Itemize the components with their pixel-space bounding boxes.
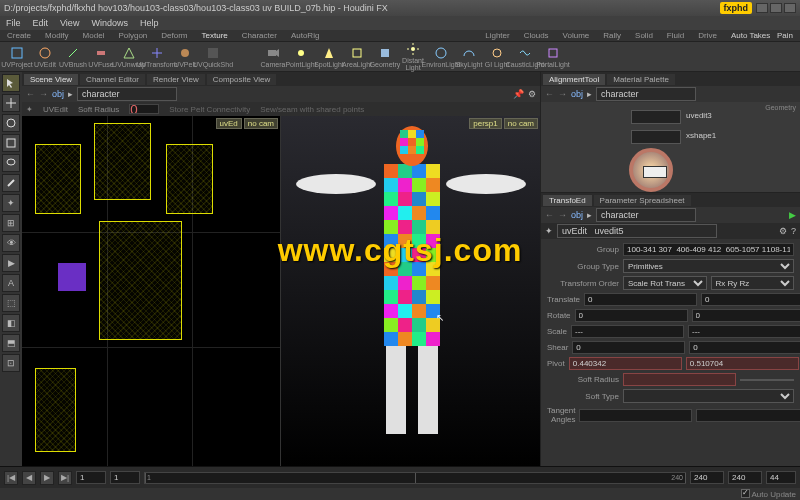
menu-file[interactable]: File	[6, 18, 21, 28]
shelf-tab[interactable]: Modify	[42, 31, 72, 40]
handle-tool[interactable]: ✦	[2, 194, 20, 212]
param-fwd-icon[interactable]: →	[558, 210, 567, 220]
shx-input[interactable]	[572, 341, 685, 354]
shelf-item-uvproject[interactable]: UVProject	[4, 46, 30, 68]
shelf-item-skylight[interactable]: SkyLight	[456, 46, 482, 68]
param-path-input[interactable]	[596, 208, 696, 222]
viewports[interactable]: uvEdno cam persp1no cam	[22, 116, 540, 466]
rx-input[interactable]	[575, 309, 688, 322]
menu-windows[interactable]: Windows	[91, 18, 128, 28]
select-tool[interactable]	[2, 74, 20, 92]
pin-icon[interactable]: 📌	[513, 89, 524, 99]
soft-radius-input[interactable]	[129, 104, 159, 114]
shelf-tab[interactable]: Lighter	[482, 31, 512, 40]
tab-matpalette[interactable]: Material Palette	[607, 74, 675, 85]
tl-end-input[interactable]	[690, 471, 724, 484]
shelf-item-uvbrush[interactable]: UVBrush	[60, 46, 86, 68]
uv-shell-arm-l[interactable]	[35, 144, 81, 214]
shelf-tab[interactable]: Solid	[632, 31, 656, 40]
shelf-item-uvfuse[interactable]: UVFuse	[88, 46, 114, 68]
softrad-input[interactable]	[623, 373, 736, 386]
shelf-tab[interactable]: Rally	[600, 31, 624, 40]
shelf-item-uvedit[interactable]: UVEdit	[32, 46, 58, 68]
auto-update-checkbox[interactable]	[741, 489, 750, 498]
scale-tool[interactable]	[2, 134, 20, 152]
node-ring-selected[interactable]	[629, 148, 673, 192]
param-path-root[interactable]: obj	[571, 210, 583, 220]
uv-selection[interactable]	[58, 263, 86, 291]
uv-shell-torso[interactable]	[99, 221, 182, 340]
shelf-tab[interactable]: Create	[4, 31, 34, 40]
network-canvas[interactable]: Geometry uvedit3 xshape1	[541, 102, 800, 192]
path-node-input[interactable]	[77, 87, 177, 101]
sx-input[interactable]	[571, 325, 684, 338]
snap-tool[interactable]: ⊞	[2, 214, 20, 232]
shelf-item-geometry[interactable]: Geometry	[372, 46, 398, 68]
menu-edit[interactable]: Edit	[33, 18, 49, 28]
net-fwd-icon[interactable]: →	[558, 89, 567, 99]
back-icon[interactable]: ←	[26, 89, 35, 99]
rotate-tool[interactable]	[2, 114, 20, 132]
tan2-input[interactable]	[696, 409, 800, 422]
tl-first-button[interactable]: |◀	[4, 471, 18, 485]
param-play-icon[interactable]: ▶	[789, 210, 796, 220]
param-back-icon[interactable]: ←	[545, 210, 554, 220]
close-button[interactable]	[784, 3, 796, 13]
tool-b[interactable]: ⬚	[2, 294, 20, 312]
uv-shell-arm-r[interactable]	[166, 144, 212, 214]
tab-render-view[interactable]: Render View	[147, 74, 205, 85]
tl-prev-button[interactable]: ◀	[22, 471, 36, 485]
shelf-tab[interactable]: Fluid	[664, 31, 687, 40]
path-root[interactable]: obj	[52, 89, 64, 99]
shelf-item-spotlight[interactable]: SpotLight	[316, 46, 342, 68]
shelf-tab[interactable]: Deform	[158, 31, 190, 40]
xform-rot-select[interactable]: Rx Ry Rz	[711, 276, 795, 290]
net-path-root[interactable]: obj	[571, 89, 583, 99]
tx-input[interactable]	[584, 293, 697, 306]
menu-view[interactable]: View	[60, 18, 79, 28]
tl-next-button[interactable]: ▶|	[58, 471, 72, 485]
shelf-item-uvtransform[interactable]: UVTransform	[144, 46, 170, 68]
render-tool[interactable]: ▶	[2, 254, 20, 272]
minimize-button[interactable]	[756, 3, 768, 13]
gear-icon[interactable]: ⚙	[528, 89, 536, 99]
shelf-item-uvquickshd[interactable]: UVQuickShd	[200, 46, 226, 68]
param-node-name[interactable]	[557, 224, 717, 238]
node-xshape1[interactable]	[631, 130, 681, 144]
timeline-track[interactable]: 1 240	[144, 472, 686, 484]
uv-viewport[interactable]: uvEdno cam	[22, 116, 281, 466]
tl-play-button[interactable]: ▶	[40, 471, 54, 485]
shelf-tab[interactable]: Volume	[560, 31, 593, 40]
shy-input[interactable]	[689, 341, 800, 354]
tl-current-input[interactable]	[766, 471, 796, 484]
shelf-item-arealight[interactable]: AreaLight	[344, 46, 370, 68]
shelf-tab[interactable]: AutoRig	[288, 31, 322, 40]
tl-end2-input[interactable]	[728, 471, 762, 484]
param-help-icon[interactable]: ?	[791, 226, 796, 236]
brush-tool[interactable]	[2, 174, 20, 192]
move-tool[interactable]	[2, 94, 20, 112]
tool-a[interactable]: A	[2, 274, 20, 292]
tan1-input[interactable]	[579, 409, 692, 422]
tl-start-input[interactable]	[76, 471, 106, 484]
tab-align[interactable]: AlignmentTool	[543, 74, 605, 85]
ry-input[interactable]	[692, 309, 800, 322]
tab-composite-view[interactable]: Composite View	[207, 74, 277, 85]
tool-d[interactable]: ⬒	[2, 334, 20, 352]
shelf-item-portallight[interactable]: PortalLight	[540, 46, 566, 68]
menu-help[interactable]: Help	[140, 18, 159, 28]
tool-c[interactable]: ◧	[2, 314, 20, 332]
shelf-tab-extra[interactable]: Auto Takes Pain	[728, 31, 796, 40]
shelf-item-pointlight[interactable]: PointLight	[288, 46, 314, 68]
shelf-item-camera[interactable]: Camera	[260, 46, 286, 68]
softtype-select[interactable]	[623, 389, 794, 403]
tab-channel-editor[interactable]: Channel Editor	[80, 74, 145, 85]
py-input[interactable]	[686, 357, 799, 370]
shelf-tab[interactable]: Character	[239, 31, 280, 40]
tab-scene-view[interactable]: Scene View	[24, 74, 78, 85]
lasso-tool[interactable]	[2, 154, 20, 172]
net-back-icon[interactable]: ←	[545, 89, 554, 99]
shelf-tab[interactable]: Texture	[199, 31, 231, 40]
shelf-item-causticlight[interactable]: CausticLight	[512, 46, 538, 68]
grouptype-select[interactable]: Primitives	[623, 259, 794, 273]
